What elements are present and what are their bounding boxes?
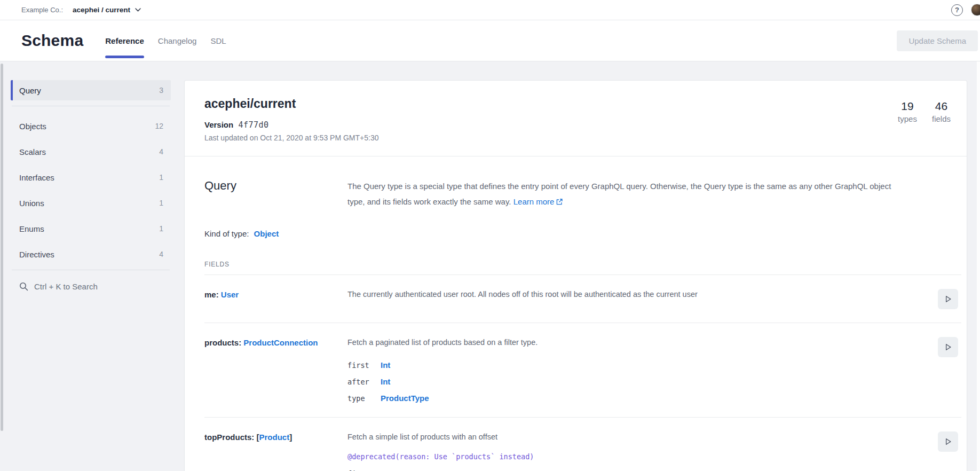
arg-name: first bbox=[347, 361, 381, 370]
page-header: Schema Reference Changelog SDL Update Sc… bbox=[0, 20, 980, 61]
sidebar-item-objects[interactable]: Objects 12 bbox=[11, 116, 171, 136]
spacer bbox=[929, 179, 961, 210]
stat-value: 19 bbox=[901, 100, 913, 113]
field-description: Fetch a paginated list of products based… bbox=[347, 337, 929, 349]
field-row-topproducts: topProducts: [Product] Fetch a simple li… bbox=[204, 418, 961, 471]
tab-changelog[interactable]: Changelog bbox=[151, 20, 204, 61]
field-args: first Int after Int type ProductType bbox=[347, 360, 929, 403]
help-icon[interactable]: ? bbox=[951, 4, 963, 16]
sidebar-item-count: 1 bbox=[159, 199, 163, 207]
sidebar: Query 3 Objects 12 Scalars 4 Interfaces … bbox=[11, 80, 171, 291]
play-icon bbox=[943, 294, 953, 304]
sidebar-item-label: Directives bbox=[19, 250, 54, 259]
learn-more-link[interactable]: Learn more bbox=[513, 197, 563, 206]
update-schema-button[interactable]: Update Schema bbox=[897, 30, 978, 51]
field-details: Fetch a paginated list of products based… bbox=[347, 337, 929, 404]
arg-type-link[interactable]: Int bbox=[381, 377, 390, 386]
run-query-button[interactable] bbox=[938, 431, 958, 452]
page-scrollbar[interactable] bbox=[977, 61, 980, 471]
play-icon bbox=[943, 437, 953, 446]
schema-stats: 19 types 46 fields bbox=[898, 100, 951, 123]
learn-more-label: Learn more bbox=[513, 197, 555, 206]
field-row-me: me: User The currently authenticated use… bbox=[204, 275, 961, 323]
field-row-products: products: ProductConnection Fetch a pagi… bbox=[204, 323, 961, 418]
sidebar-divider bbox=[12, 106, 170, 106]
arg-type-link[interactable]: ProductType bbox=[381, 394, 429, 403]
sidebar-item-interfaces[interactable]: Interfaces 1 bbox=[11, 167, 171, 187]
arg-row: first Int bbox=[347, 360, 929, 370]
sidebar-item-label: Enums bbox=[19, 224, 44, 233]
sidebar-item-count: 1 bbox=[159, 173, 163, 182]
schema-search[interactable]: Ctrl + K to Search bbox=[11, 282, 171, 291]
version-value: 4f77d0 bbox=[238, 120, 268, 130]
fields-heading: FIELDS bbox=[204, 261, 961, 268]
arg-row: after Int bbox=[347, 377, 929, 386]
sidebar-item-unions[interactable]: Unions 1 bbox=[11, 193, 171, 213]
tabs: Reference Changelog SDL bbox=[98, 20, 233, 61]
sidebar-item-label: Objects bbox=[19, 122, 46, 131]
sidebar-item-count: 4 bbox=[159, 250, 163, 258]
arg-type-link[interactable]: Int bbox=[381, 360, 390, 370]
field-name: me: User bbox=[204, 289, 347, 309]
section-header-row: Query The Query type is a special type t… bbox=[204, 179, 961, 210]
field-description: The currently authenticated user root. A… bbox=[347, 289, 929, 309]
field-type-link[interactable]: User bbox=[221, 290, 239, 299]
version-label: Version bbox=[204, 120, 233, 129]
version-line: Version 4f77d0 bbox=[204, 120, 954, 130]
arg-name: type bbox=[347, 394, 381, 403]
section-description: The Query type is a special type that de… bbox=[347, 179, 929, 210]
section-description-text: The Query type is a special type that de… bbox=[347, 182, 891, 206]
field-name: products: ProductConnection bbox=[204, 337, 347, 404]
stat-value: 46 bbox=[935, 100, 947, 113]
field-name-text: topProducts: [ bbox=[204, 433, 259, 442]
page-body: Query 3 Objects 12 Scalars 4 Interfaces … bbox=[0, 61, 980, 471]
kind-of-type-line: Kind of type: Object bbox=[204, 229, 961, 238]
sidebar-item-count: 3 bbox=[159, 86, 163, 95]
stat-label: fields bbox=[932, 114, 951, 123]
graph-selector-label: acephei / current bbox=[73, 6, 130, 14]
play-icon bbox=[943, 342, 953, 352]
arg-name: after bbox=[347, 378, 381, 386]
arg-row: first Int bbox=[347, 469, 929, 471]
field-details: Fetch a simple list of products with an … bbox=[347, 431, 929, 471]
query-section: Query The Query type is a special type t… bbox=[185, 156, 967, 471]
field-type-link[interactable]: Product bbox=[259, 433, 290, 442]
org-label: Example Co.: bbox=[21, 6, 63, 14]
stat-types: 19 types bbox=[898, 100, 917, 123]
section-name: Query bbox=[204, 179, 347, 210]
sidebar-item-label: Interfaces bbox=[19, 173, 54, 182]
sidebar-item-label: Unions bbox=[19, 199, 44, 208]
run-query-button[interactable] bbox=[938, 289, 958, 309]
search-hint: Ctrl + K to Search bbox=[34, 282, 98, 291]
sidebar-scrollbar-thumb[interactable] bbox=[1, 64, 3, 431]
arg-name: first bbox=[347, 469, 381, 471]
sidebar-item-count: 4 bbox=[159, 147, 163, 156]
tab-sdl[interactable]: SDL bbox=[203, 20, 233, 61]
deprecated-annotation: @deprecated(reason: Use `products` inste… bbox=[347, 452, 929, 461]
sidebar-item-directives[interactable]: Directives 4 bbox=[11, 244, 171, 264]
field-description: Fetch a simple list of products with an … bbox=[347, 431, 929, 443]
arg-row: type ProductType bbox=[347, 394, 929, 403]
stat-label: types bbox=[898, 114, 917, 123]
graph-title: acephei/current bbox=[204, 97, 954, 111]
sidebar-item-query[interactable]: Query 3 bbox=[11, 80, 171, 100]
last-updated: Last updated on Oct 21, 2020 at 9:53 PM … bbox=[204, 134, 954, 142]
card-header: acephei/current Version 4f77d0 Last upda… bbox=[185, 81, 967, 156]
graph-selector[interactable]: acephei / current bbox=[73, 6, 141, 14]
kind-value-link[interactable]: Object bbox=[254, 229, 279, 238]
tab-reference[interactable]: Reference bbox=[98, 20, 151, 61]
schema-card: acephei/current Version 4f77d0 Last upda… bbox=[184, 80, 967, 471]
arg-type-link[interactable]: Int bbox=[381, 469, 390, 471]
field-type-link[interactable]: ProductConnection bbox=[243, 338, 318, 347]
field-name-suffix: ] bbox=[289, 433, 292, 442]
sidebar-item-label: Query bbox=[19, 86, 41, 95]
field-name: topProducts: [Product] bbox=[204, 431, 347, 471]
sidebar-item-label: Scalars bbox=[19, 147, 46, 156]
topbar-right: ? bbox=[951, 4, 980, 16]
sidebar-divider bbox=[12, 270, 170, 270]
sidebar-item-scalars[interactable]: Scalars 4 bbox=[11, 142, 171, 162]
user-avatar[interactable] bbox=[971, 4, 980, 16]
search-icon bbox=[19, 282, 28, 291]
sidebar-item-enums[interactable]: Enums 1 bbox=[11, 218, 171, 239]
run-query-button[interactable] bbox=[938, 337, 958, 357]
